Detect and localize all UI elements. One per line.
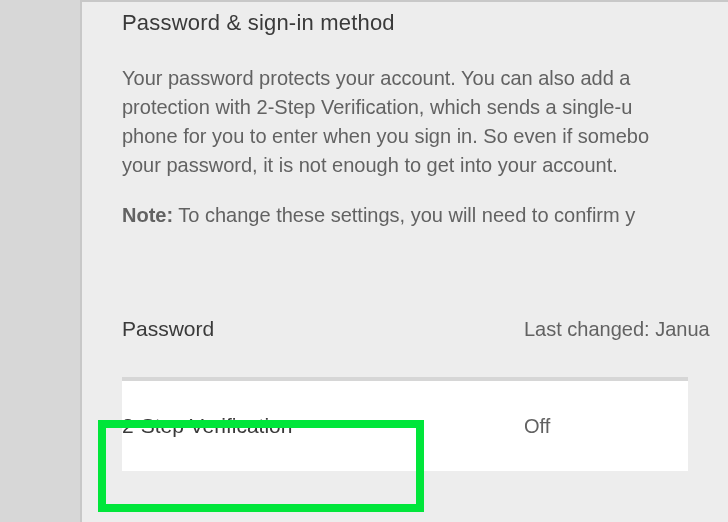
password-label: Password bbox=[122, 317, 524, 341]
password-last-changed: Last changed: Janua bbox=[524, 318, 710, 341]
two-step-verification-row[interactable]: 2-Step Verification Off bbox=[122, 379, 688, 471]
two-step-status: Off bbox=[524, 415, 550, 438]
signin-settings-panel: Password & sign-in method Your password … bbox=[80, 0, 728, 522]
password-row[interactable]: Password Last changed: Janua bbox=[122, 281, 688, 379]
two-step-label: 2-Step Verification bbox=[122, 414, 524, 438]
note-text: Note: To change these settings, you will… bbox=[122, 204, 688, 227]
section-description: Your password protects your account. You… bbox=[122, 64, 688, 180]
section-title: Password & sign-in method bbox=[122, 2, 688, 36]
